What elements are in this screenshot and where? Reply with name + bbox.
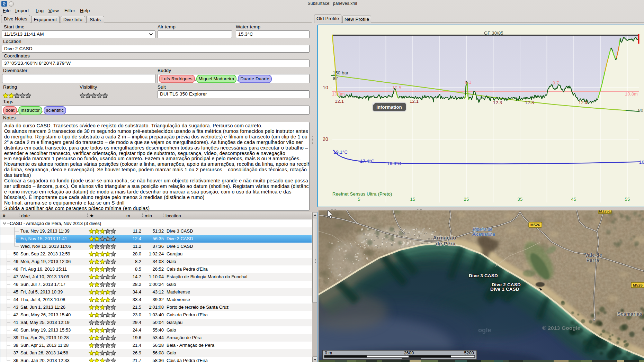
- svg-text:10.8m: 10.8m: [625, 91, 638, 97]
- svg-text:air: air: [333, 75, 338, 81]
- svg-text:16.4°C: 16.4°C: [639, 160, 644, 165]
- svg-text:12.4: 12.4: [579, 100, 588, 105]
- svg-text:12.3: 12.3: [525, 100, 534, 105]
- svg-text:de Pêra: de Pêra: [436, 241, 456, 246]
- svg-text:5200: 5200: [464, 351, 474, 355]
- svg-text:Dive 1 CASD: Dive 1 CASD: [490, 287, 519, 292]
- svg-text:M526: M526: [633, 283, 643, 287]
- svg-text:12.3: 12.3: [493, 100, 502, 105]
- svg-text:16.9°C: 16.9°C: [387, 161, 401, 166]
- svg-text:Ribeira de: Ribeira de: [473, 227, 493, 232]
- svg-text:10: 10: [323, 85, 328, 90]
- svg-text:Reefnet Sensus Ultra (Preto): Reefnet Sensus Ultra (Preto): [332, 191, 392, 197]
- svg-text:© 2013 Google: © 2013 Google: [542, 325, 581, 331]
- svg-text:12.1: 12.1: [335, 99, 344, 104]
- svg-text:9.7: 9.7: [553, 80, 559, 85]
- svg-text:2600: 2600: [404, 351, 414, 355]
- svg-text:10.5: 10.5: [392, 85, 401, 90]
- svg-text:9.1: 9.1: [465, 80, 472, 85]
- svg-text:Sesmarias: Sesmarias: [617, 311, 642, 317]
- svg-text:12.1: 12.1: [410, 99, 419, 104]
- svg-text:M1261: M1261: [599, 210, 611, 213]
- svg-text:0 m: 0 m: [325, 351, 332, 355]
- svg-text:M526: M526: [530, 223, 540, 227]
- svg-text:35: 35: [518, 197, 523, 202]
- svg-text:Dive 3 CASD: Dive 3 CASD: [469, 273, 498, 278]
- svg-text:Alcantarilha: Alcantarilha: [472, 232, 495, 237]
- svg-text:Armação: Armação: [433, 235, 456, 241]
- svg-text:Information: Information: [376, 105, 402, 110]
- svg-text:Vale de: Vale de: [585, 252, 602, 258]
- svg-text:Parra: Parra: [587, 257, 599, 263]
- svg-text:80: 80: [638, 108, 643, 113]
- svg-text:25: 25: [464, 197, 469, 202]
- svg-text:150 bar: 150 bar: [333, 70, 349, 75]
- svg-text:55: 55: [625, 197, 630, 202]
- svg-text:45: 45: [571, 197, 576, 202]
- svg-text:GF 30/85: GF 30/85: [484, 30, 503, 36]
- svg-text:10.8m: 10.8m: [332, 91, 345, 97]
- svg-text:ogle: ogle: [478, 327, 491, 334]
- svg-text:15: 15: [410, 197, 415, 202]
- svg-text:17.4°C: 17.4°C: [360, 159, 374, 164]
- svg-text:19.1°C: 19.1°C: [333, 150, 348, 155]
- svg-text:20: 20: [323, 136, 328, 142]
- svg-text:5: 5: [358, 197, 360, 202]
